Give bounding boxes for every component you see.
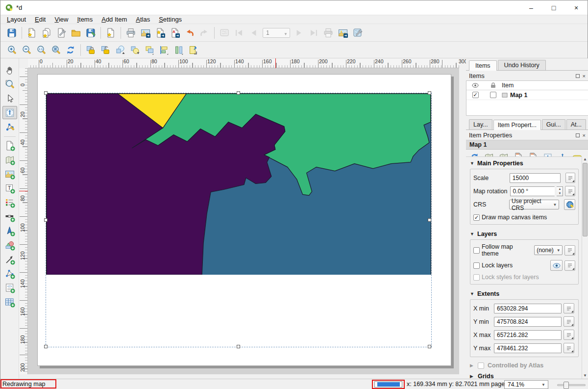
print-layout-button[interactable] <box>123 26 138 40</box>
atlas-page-combo[interactable]: 1▼ <box>263 28 290 38</box>
unlock-all-items-button[interactable] <box>98 43 113 57</box>
lock-layers-override-button[interactable] <box>564 260 575 271</box>
pan-tool-button[interactable] <box>2 63 17 77</box>
add-north-arrow-button[interactable] <box>2 224 17 237</box>
zoom-actual-button[interactable]: 1:1 <box>34 43 49 57</box>
add-label-button[interactable]: T <box>2 182 17 195</box>
resize-handle[interactable] <box>237 91 240 95</box>
distribute-items-button[interactable] <box>172 43 186 57</box>
section-controlled-by-atlas[interactable]: ▶Controlled by Atlas <box>466 360 582 371</box>
draw-map-canvas-items-checkbox[interactable]: ✓ <box>473 214 480 221</box>
scroll-down-arrow[interactable]: ▼ <box>582 373 588 379</box>
section-extents[interactable]: ▼Extents <box>466 287 582 299</box>
add-legend-button[interactable] <box>2 196 17 209</box>
float-panel-icon[interactable] <box>576 74 580 78</box>
extent-override-button[interactable] <box>564 343 574 353</box>
resize-items-button[interactable] <box>186 43 201 57</box>
tab-items[interactable]: Items <box>469 60 497 71</box>
resize-handle[interactable] <box>428 91 431 95</box>
raise-selected-items-button[interactable] <box>113 43 127 57</box>
duplicate-layout-button[interactable] <box>39 26 54 40</box>
menu-edit[interactable]: Edit <box>30 15 50 24</box>
visibility-presets-button[interactable] <box>550 260 563 271</box>
resize-handle[interactable] <box>428 345 431 348</box>
rotation-spinner[interactable]: ▲▼ <box>557 186 563 196</box>
section-grids[interactable]: ▶Grids <box>466 371 582 379</box>
section-layers[interactable]: ▼Layers <box>466 228 582 239</box>
tab-gui-[interactable]: Gui... <box>542 119 565 130</box>
export-as-svg-button[interactable] <box>153 26 168 40</box>
items-list-row-map1[interactable]: ✓ Map 1 <box>466 90 588 100</box>
panel-scrollbar[interactable]: ▲ ▼ <box>582 156 588 379</box>
menu-atlas[interactable]: Atlas <box>131 15 154 24</box>
extent-input[interactable]: 657216.282 <box>494 330 562 340</box>
tab-at-[interactable]: At... <box>566 119 586 130</box>
add-picture-button[interactable] <box>2 167 17 181</box>
add-shape-button[interactable] <box>2 238 17 252</box>
atlas-settings-button[interactable] <box>350 26 365 40</box>
export-as-pdf-button[interactable]: A <box>168 26 182 40</box>
select-move-item-button[interactable] <box>2 92 17 105</box>
export-atlas-image-button[interactable] <box>336 26 350 40</box>
rotation-override-button[interactable] <box>565 186 575 196</box>
close-panel-icon[interactable]: × <box>583 133 586 137</box>
close-button[interactable]: × <box>565 0 588 15</box>
resize-handle[interactable] <box>428 218 431 222</box>
add-scalebar-button[interactable] <box>2 210 17 223</box>
scrollbar-thumb[interactable] <box>583 163 588 236</box>
zoom-slider[interactable] <box>557 384 586 386</box>
add-attribute-table-button[interactable] <box>2 295 17 309</box>
map-rotation-input[interactable]: 0.00 ° <box>510 186 555 196</box>
layout-manager-button[interactable] <box>54 26 69 40</box>
resize-handle[interactable] <box>44 345 48 348</box>
extent-input[interactable]: 475708.824 <box>494 317 562 327</box>
export-as-image-button[interactable] <box>138 26 153 40</box>
lock-layers-checkbox[interactable] <box>473 262 480 269</box>
menu-items[interactable]: Items <box>73 15 97 24</box>
page-1[interactable] <box>37 74 451 366</box>
scale-input[interactable]: 15000 <box>510 173 561 183</box>
add-pages-button[interactable] <box>103 26 118 40</box>
resize-handle[interactable] <box>44 218 48 222</box>
save-project-button[interactable] <box>4 26 19 40</box>
lock-checkbox[interactable] <box>490 92 496 98</box>
follow-map-theme-checkbox[interactable] <box>473 247 480 254</box>
layout-canvas[interactable]: ▲ ▼ <box>28 68 459 374</box>
add-map-button[interactable] <box>2 139 17 152</box>
add-html-button[interactable]: </> <box>2 281 17 294</box>
new-layout-button[interactable] <box>24 26 39 40</box>
lower-selected-items-button[interactable] <box>127 43 142 57</box>
menu-view[interactable]: View <box>50 15 73 24</box>
refresh-view-button[interactable] <box>63 43 78 57</box>
visibility-checkbox[interactable]: ✓ <box>472 92 479 98</box>
lock-selected-items-button[interactable] <box>83 43 98 57</box>
menu-add-item[interactable]: Add Item <box>97 15 131 24</box>
zoom-full-button[interactable] <box>49 43 63 57</box>
undo-button[interactable] <box>182 26 197 40</box>
extent-override-button[interactable] <box>564 330 574 340</box>
add-items-from-template-button[interactable] <box>69 26 83 40</box>
resize-handle[interactable] <box>44 91 48 95</box>
map-theme-dropdown[interactable]: (none)▼ <box>534 245 563 255</box>
align-items-button[interactable] <box>157 43 172 57</box>
map-item[interactable] <box>46 93 431 347</box>
zoom-out-button[interactable] <box>19 43 34 57</box>
minimize-button[interactable]: – <box>520 0 542 15</box>
add-3d-map-button[interactable] <box>2 153 17 166</box>
tab-item-propert-[interactable]: Item Propert... <box>493 120 541 130</box>
tab-undo-history[interactable]: Undo History <box>498 60 546 70</box>
zoom-in-button[interactable] <box>4 43 19 57</box>
add-arrow-button[interactable] <box>2 253 17 266</box>
float-panel-icon[interactable] <box>576 133 580 137</box>
section-main-properties[interactable]: ▼Main Properties <box>466 157 582 169</box>
maximize-button[interactable]: □ <box>542 0 565 15</box>
menu-layout[interactable]: Layout <box>2 15 30 24</box>
theme-override-button[interactable] <box>564 245 575 256</box>
menu-settings[interactable]: Settings <box>154 15 186 24</box>
edit-nodes-item-button[interactable] <box>2 120 17 133</box>
select-crs-button[interactable] <box>564 199 575 210</box>
group-items-button[interactable] <box>142 43 157 57</box>
scroll-up-arrow[interactable]: ▲ <box>582 156 588 162</box>
resize-handle[interactable] <box>237 345 240 348</box>
crs-dropdown[interactable]: Use project CRS▼ <box>509 200 559 209</box>
